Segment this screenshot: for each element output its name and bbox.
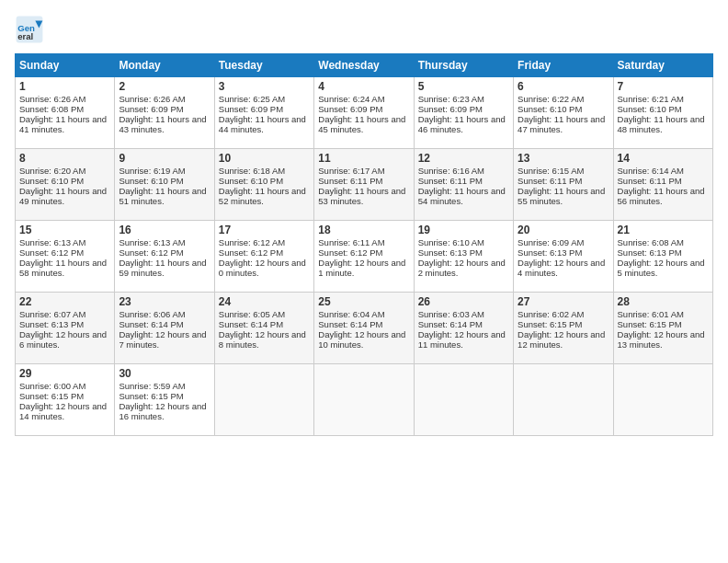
daylight-label: Daylight: 11 hours and 47 minutes.	[518, 114, 605, 134]
sunset-label: Sunset: 6:10 PM	[119, 176, 183, 186]
day-header-saturday: Saturday	[613, 54, 712, 77]
sunset-label: Sunset: 6:11 PM	[618, 176, 682, 186]
sunrise-label: Sunrise: 6:12 AM	[219, 237, 285, 247]
day-number: 13	[518, 152, 609, 165]
daylight-label: Daylight: 12 hours and 11 minutes.	[418, 329, 506, 350]
calendar-cell	[514, 364, 613, 436]
sunrise-label: Sunrise: 6:04 AM	[318, 309, 384, 319]
day-number: 16	[119, 224, 210, 236]
sunset-label: Sunset: 6:10 PM	[518, 104, 582, 114]
calendar-cell: 18Sunrise: 6:11 AMSunset: 6:12 PMDayligh…	[314, 221, 414, 293]
calendar-cell: 24Sunrise: 6:05 AMSunset: 6:14 PMDayligh…	[214, 293, 313, 364]
sunrise-label: Sunrise: 6:13 AM	[19, 237, 85, 247]
calendar-cell: 25Sunrise: 6:04 AMSunset: 6:14 PMDayligh…	[314, 293, 414, 364]
calendar-cell: 15Sunrise: 6:13 AMSunset: 6:12 PMDayligh…	[16, 221, 115, 293]
calendar-cell: 11Sunrise: 6:17 AMSunset: 6:11 PMDayligh…	[314, 149, 414, 221]
day-number: 25	[318, 295, 409, 308]
daylight-label: Daylight: 11 hours and 49 minutes.	[19, 186, 107, 206]
week-row-1: 1Sunrise: 6:26 AMSunset: 6:08 PMDaylight…	[16, 77, 713, 149]
daylight-label: Daylight: 11 hours and 48 minutes.	[618, 114, 705, 134]
sunrise-label: Sunrise: 6:25 AM	[219, 94, 285, 104]
day-number: 15	[19, 224, 110, 236]
sunrise-label: Sunrise: 6:22 AM	[518, 94, 584, 104]
calendar-cell: 12Sunrise: 6:16 AMSunset: 6:11 PMDayligh…	[414, 149, 513, 221]
sunrise-label: Sunrise: 6:03 AM	[418, 309, 484, 319]
day-number: 1	[19, 80, 110, 93]
day-number: 6	[518, 80, 609, 93]
sunrise-label: Sunrise: 6:14 AM	[618, 166, 684, 176]
sunset-label: Sunset: 6:10 PM	[618, 104, 682, 114]
sunset-label: Sunset: 6:15 PM	[618, 319, 682, 329]
daylight-label: Daylight: 12 hours and 12 minutes.	[518, 329, 605, 350]
sunset-label: Sunset: 6:12 PM	[19, 247, 84, 258]
sunrise-label: Sunrise: 6:05 AM	[219, 309, 285, 319]
calendar-cell: 21Sunrise: 6:08 AMSunset: 6:13 PMDayligh…	[613, 221, 712, 293]
daylight-label: Daylight: 11 hours and 56 minutes.	[618, 186, 705, 206]
sunset-label: Sunset: 6:09 PM	[418, 104, 483, 114]
sunrise-label: Sunrise: 6:08 AM	[618, 237, 684, 247]
calendar-body: 1Sunrise: 6:26 AMSunset: 6:08 PMDaylight…	[16, 77, 713, 436]
daylight-label: Daylight: 11 hours and 55 minutes.	[518, 186, 605, 206]
daylight-label: Daylight: 12 hours and 13 minutes.	[618, 329, 705, 350]
sunset-label: Sunset: 6:12 PM	[318, 247, 382, 258]
sunset-label: Sunset: 6:11 PM	[318, 176, 382, 186]
sunrise-label: Sunrise: 6:11 AM	[318, 237, 384, 247]
sunset-label: Sunset: 6:14 PM	[119, 319, 183, 329]
sunset-label: Sunset: 6:10 PM	[19, 176, 84, 186]
calendar-cell: 1Sunrise: 6:26 AMSunset: 6:08 PMDaylight…	[16, 77, 115, 149]
daylight-label: Daylight: 11 hours and 41 minutes.	[19, 114, 107, 134]
sunrise-label: Sunrise: 6:09 AM	[518, 237, 584, 247]
sunset-label: Sunset: 6:13 PM	[19, 319, 84, 329]
sunset-label: Sunset: 6:09 PM	[119, 104, 183, 114]
sunrise-label: Sunrise: 5:59 AM	[119, 381, 185, 391]
day-number: 17	[219, 224, 310, 236]
sunset-label: Sunset: 6:15 PM	[119, 391, 183, 401]
sunrise-label: Sunrise: 6:26 AM	[119, 94, 185, 104]
daylight-label: Daylight: 12 hours and 14 minutes.	[19, 401, 107, 421]
day-number: 29	[19, 367, 110, 380]
calendar-cell	[314, 364, 414, 436]
sunrise-label: Sunrise: 6:01 AM	[618, 309, 684, 319]
daylight-label: Daylight: 11 hours and 59 minutes.	[119, 258, 206, 278]
calendar-cell: 4Sunrise: 6:24 AMSunset: 6:09 PMDaylight…	[314, 77, 414, 149]
sunrise-label: Sunrise: 6:07 AM	[19, 309, 85, 319]
sunrise-label: Sunrise: 6:16 AM	[418, 166, 484, 176]
day-number: 24	[219, 295, 310, 308]
day-header-friday: Friday	[514, 54, 613, 77]
daylight-label: Daylight: 11 hours and 53 minutes.	[318, 186, 405, 206]
sunrise-label: Sunrise: 6:06 AM	[119, 309, 185, 319]
calendar-cell: 28Sunrise: 6:01 AMSunset: 6:15 PMDayligh…	[613, 293, 712, 364]
svg-text:eral: eral	[17, 31, 33, 41]
days-header-row: SundayMondayTuesdayWednesdayThursdayFrid…	[16, 54, 713, 77]
sunrise-label: Sunrise: 6:00 AM	[19, 381, 85, 391]
sunrise-label: Sunrise: 6:19 AM	[119, 166, 185, 176]
calendar-cell: 9Sunrise: 6:19 AMSunset: 6:10 PMDaylight…	[115, 149, 214, 221]
calendar-cell: 19Sunrise: 6:10 AMSunset: 6:13 PMDayligh…	[414, 221, 513, 293]
sunrise-label: Sunrise: 6:18 AM	[219, 166, 285, 176]
daylight-label: Daylight: 12 hours and 2 minutes.	[418, 258, 506, 278]
calendar-cell: 30Sunrise: 5:59 AMSunset: 6:15 PMDayligh…	[115, 364, 214, 436]
sunrise-label: Sunrise: 6:13 AM	[119, 237, 185, 247]
sunset-label: Sunset: 6:12 PM	[219, 247, 283, 258]
sunrise-label: Sunrise: 6:23 AM	[418, 94, 484, 104]
sunset-label: Sunset: 6:12 PM	[119, 247, 183, 258]
daylight-label: Daylight: 12 hours and 6 minutes.	[19, 329, 107, 350]
daylight-label: Daylight: 11 hours and 44 minutes.	[219, 114, 306, 134]
day-number: 2	[119, 80, 210, 93]
daylight-label: Daylight: 12 hours and 4 minutes.	[518, 258, 605, 278]
sunset-label: Sunset: 6:14 PM	[219, 319, 283, 329]
day-number: 27	[518, 295, 609, 308]
sunset-label: Sunset: 6:09 PM	[318, 104, 382, 114]
daylight-label: Daylight: 11 hours and 51 minutes.	[119, 186, 206, 206]
sunset-label: Sunset: 6:13 PM	[618, 247, 682, 258]
calendar-cell: 5Sunrise: 6:23 AMSunset: 6:09 PMDaylight…	[414, 77, 513, 149]
sunrise-label: Sunrise: 6:20 AM	[19, 166, 85, 176]
day-number: 28	[618, 295, 709, 308]
sunrise-label: Sunrise: 6:24 AM	[318, 94, 384, 104]
calendar-cell: 8Sunrise: 6:20 AMSunset: 6:10 PMDaylight…	[16, 149, 115, 221]
day-number: 22	[19, 295, 110, 308]
sunrise-label: Sunrise: 6:10 AM	[418, 237, 484, 247]
sunset-label: Sunset: 6:13 PM	[418, 247, 483, 258]
day-number: 21	[618, 224, 709, 236]
logo: Gen eral	[15, 15, 48, 44]
